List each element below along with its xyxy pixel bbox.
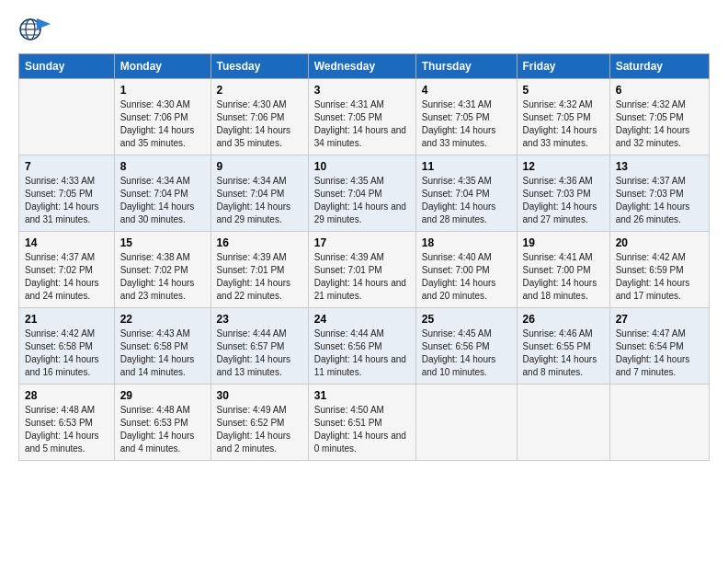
day-info: Sunrise: 4:31 AMSunset: 7:05 PMDaylight:… [422, 98, 511, 150]
calendar-day-cell [415, 385, 517, 461]
logo [18, 15, 57, 44]
calendar-day-cell: 2Sunrise: 4:30 AMSunset: 7:06 PMDaylight… [210, 79, 308, 155]
weekday-header: Tuesday [210, 54, 308, 79]
day-number: 30 [217, 389, 302, 402]
day-info: Sunrise: 4:39 AMSunset: 7:01 PMDaylight:… [217, 251, 302, 303]
calendar-day-cell: 5Sunrise: 4:32 AMSunset: 7:05 PMDaylight… [517, 79, 609, 155]
day-info: Sunrise: 4:48 AMSunset: 6:53 PMDaylight:… [120, 404, 205, 455]
calendar-day-cell: 25Sunrise: 4:45 AMSunset: 6:56 PMDayligh… [415, 308, 517, 385]
day-info: Sunrise: 4:36 AMSunset: 7:03 PMDaylight:… [523, 175, 604, 226]
day-number: 16 [217, 236, 302, 249]
day-info: Sunrise: 4:34 AMSunset: 7:04 PMDaylight:… [120, 175, 205, 226]
day-number: 31 [314, 389, 410, 402]
calendar-day-cell: 7Sunrise: 4:33 AMSunset: 7:05 PMDaylight… [19, 155, 115, 232]
calendar-day-cell: 17Sunrise: 4:39 AMSunset: 7:01 PMDayligh… [308, 232, 415, 308]
day-number: 9 [217, 160, 302, 173]
day-number: 3 [314, 84, 410, 97]
calendar-week-row: 21Sunrise: 4:42 AMSunset: 6:58 PMDayligh… [19, 308, 710, 385]
day-number: 26 [523, 313, 604, 326]
calendar-day-cell: 9Sunrise: 4:34 AMSunset: 7:04 PMDaylight… [210, 155, 308, 232]
calendar-day-cell: 4Sunrise: 4:31 AMSunset: 7:05 PMDaylight… [415, 79, 517, 155]
weekday-header: Sunday [19, 54, 115, 79]
day-info: Sunrise: 4:44 AMSunset: 6:57 PMDaylight:… [217, 327, 302, 379]
day-number: 28 [25, 389, 108, 402]
calendar-week-row: 7Sunrise: 4:33 AMSunset: 7:05 PMDaylight… [19, 155, 710, 232]
day-info: Sunrise: 4:30 AMSunset: 7:06 PMDaylight:… [217, 98, 302, 150]
calendar-day-cell: 14Sunrise: 4:37 AMSunset: 7:02 PMDayligh… [19, 232, 115, 308]
calendar-day-cell: 27Sunrise: 4:47 AMSunset: 6:54 PMDayligh… [609, 308, 709, 385]
day-number: 10 [314, 160, 410, 173]
weekday-header: Monday [114, 54, 210, 79]
day-info: Sunrise: 4:35 AMSunset: 7:04 PMDaylight:… [422, 175, 511, 226]
calendar-day-cell: 11Sunrise: 4:35 AMSunset: 7:04 PMDayligh… [415, 155, 517, 232]
day-number: 4 [422, 84, 511, 97]
day-info: Sunrise: 4:32 AMSunset: 7:05 PMDaylight:… [523, 98, 604, 150]
day-info: Sunrise: 4:47 AMSunset: 6:54 PMDaylight:… [616, 327, 703, 379]
day-number: 7 [25, 160, 108, 173]
day-info: Sunrise: 4:50 AMSunset: 6:51 PMDaylight:… [314, 404, 410, 455]
day-info: Sunrise: 4:45 AMSunset: 6:56 PMDaylight:… [422, 327, 511, 379]
day-info: Sunrise: 4:48 AMSunset: 6:53 PMDaylight:… [25, 404, 108, 455]
day-number: 27 [616, 313, 703, 326]
calendar-day-cell [517, 385, 609, 461]
day-info: Sunrise: 4:35 AMSunset: 7:04 PMDaylight:… [314, 175, 410, 226]
day-number: 5 [523, 84, 604, 97]
day-number: 25 [422, 313, 511, 326]
calendar-day-cell: 8Sunrise: 4:34 AMSunset: 7:04 PMDaylight… [114, 155, 210, 232]
calendar-day-cell: 30Sunrise: 4:49 AMSunset: 6:52 PMDayligh… [210, 385, 308, 461]
day-number: 19 [523, 236, 604, 249]
day-info: Sunrise: 4:34 AMSunset: 7:04 PMDaylight:… [217, 175, 302, 226]
day-info: Sunrise: 4:38 AMSunset: 7:02 PMDaylight:… [120, 251, 205, 303]
weekday-header: Wednesday [308, 54, 415, 79]
day-number: 17 [314, 236, 410, 249]
calendar-day-cell: 22Sunrise: 4:43 AMSunset: 6:58 PMDayligh… [114, 308, 210, 385]
calendar-day-cell: 1Sunrise: 4:30 AMSunset: 7:06 PMDaylight… [114, 79, 210, 155]
calendar-day-cell: 26Sunrise: 4:46 AMSunset: 6:55 PMDayligh… [517, 308, 609, 385]
logo-icon [18, 15, 51, 44]
calendar-day-cell: 6Sunrise: 4:32 AMSunset: 7:05 PMDaylight… [609, 79, 709, 155]
calendar-table: SundayMondayTuesdayWednesdayThursdayFrid… [18, 53, 710, 461]
calendar-day-cell: 28Sunrise: 4:48 AMSunset: 6:53 PMDayligh… [19, 385, 115, 461]
day-number: 8 [120, 160, 205, 173]
calendar-day-cell: 3Sunrise: 4:31 AMSunset: 7:05 PMDaylight… [308, 79, 415, 155]
day-number: 18 [422, 236, 511, 249]
day-number: 23 [217, 313, 302, 326]
day-info: Sunrise: 4:30 AMSunset: 7:06 PMDaylight:… [120, 98, 205, 150]
calendar-day-cell: 16Sunrise: 4:39 AMSunset: 7:01 PMDayligh… [210, 232, 308, 308]
day-number: 24 [314, 313, 410, 326]
day-info: Sunrise: 4:37 AMSunset: 7:02 PMDaylight:… [25, 251, 108, 303]
calendar-header-row: SundayMondayTuesdayWednesdayThursdayFrid… [19, 54, 710, 79]
day-info: Sunrise: 4:46 AMSunset: 6:55 PMDaylight:… [523, 327, 604, 379]
day-info: Sunrise: 4:42 AMSunset: 6:59 PMDaylight:… [616, 251, 703, 303]
day-number: 29 [120, 389, 205, 402]
day-info: Sunrise: 4:32 AMSunset: 7:05 PMDaylight:… [616, 98, 703, 150]
weekday-header: Thursday [415, 54, 517, 79]
calendar-week-row: 14Sunrise: 4:37 AMSunset: 7:02 PMDayligh… [19, 232, 710, 308]
day-info: Sunrise: 4:31 AMSunset: 7:05 PMDaylight:… [314, 98, 410, 150]
day-number: 20 [616, 236, 703, 249]
day-number: 21 [25, 313, 108, 326]
weekday-header: Saturday [609, 54, 709, 79]
calendar-day-cell [19, 79, 115, 155]
day-info: Sunrise: 4:49 AMSunset: 6:52 PMDaylight:… [217, 404, 302, 455]
calendar-week-row: 1Sunrise: 4:30 AMSunset: 7:06 PMDaylight… [19, 79, 710, 155]
day-info: Sunrise: 4:44 AMSunset: 6:56 PMDaylight:… [314, 327, 410, 379]
day-number: 6 [616, 84, 703, 97]
day-number: 14 [25, 236, 108, 249]
day-info: Sunrise: 4:33 AMSunset: 7:05 PMDaylight:… [25, 175, 108, 226]
calendar-day-cell: 18Sunrise: 4:40 AMSunset: 7:00 PMDayligh… [415, 232, 517, 308]
day-info: Sunrise: 4:40 AMSunset: 7:00 PMDaylight:… [422, 251, 511, 303]
day-number: 2 [217, 84, 302, 97]
calendar-day-cell: 21Sunrise: 4:42 AMSunset: 6:58 PMDayligh… [19, 308, 115, 385]
day-number: 22 [120, 313, 205, 326]
calendar-day-cell: 24Sunrise: 4:44 AMSunset: 6:56 PMDayligh… [308, 308, 415, 385]
day-info: Sunrise: 4:43 AMSunset: 6:58 PMDaylight:… [120, 327, 205, 379]
page-header [18, 15, 710, 44]
day-number: 12 [523, 160, 604, 173]
day-number: 11 [422, 160, 511, 173]
day-info: Sunrise: 4:42 AMSunset: 6:58 PMDaylight:… [25, 327, 108, 379]
calendar-day-cell: 23Sunrise: 4:44 AMSunset: 6:57 PMDayligh… [210, 308, 308, 385]
calendar-day-cell: 10Sunrise: 4:35 AMSunset: 7:04 PMDayligh… [308, 155, 415, 232]
day-number: 13 [616, 160, 703, 173]
day-number: 15 [120, 236, 205, 249]
